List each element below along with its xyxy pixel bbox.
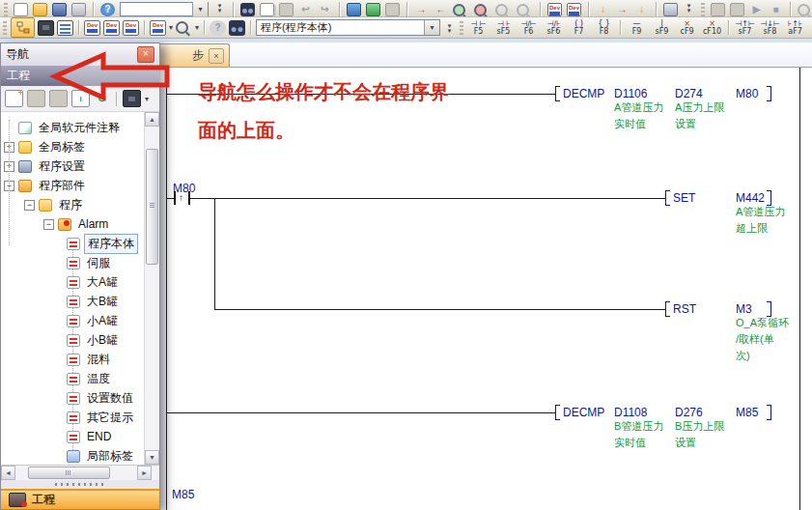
- device-monitor-icon-2[interactable]: Dev: [567, 3, 581, 16]
- collapse-icon[interactable]: −: [43, 219, 54, 230]
- toolbar-overflow-chevron-2[interactable]: ▾▾: [683, 0, 695, 16]
- copy-icon[interactable]: [260, 3, 274, 16]
- scrollbar-thumb[interactable]: [28, 467, 110, 479]
- project-tree[interactable]: 全局软元件注释 +全局标签 +程序设置 −程序部件 −程序 −Alarm 程序本…: [1, 112, 159, 466]
- program-icon: [67, 334, 80, 347]
- rst-left-bracket: [665, 301, 670, 317]
- tree-item-program[interactable]: −程序: [1, 195, 144, 214]
- device-batch-icon[interactable]: Dev: [103, 20, 120, 36]
- plc-write-icon[interactable]: [347, 3, 361, 16]
- comment-icon: [18, 122, 32, 134]
- ladder-open-branch-button[interactable]: ⊣ ⊦sF5: [492, 18, 515, 38]
- download-icon[interactable]: ↓: [596, 3, 610, 16]
- navigation-toggle-button[interactable]: [11, 17, 35, 38]
- device-comment: /取样(单: [736, 332, 774, 347]
- cross-reference-icon[interactable]: [229, 20, 245, 36]
- device-comment: 超上限: [736, 221, 768, 236]
- ladder-hline-button[interactable]: —F9: [626, 18, 648, 38]
- print-icon[interactable]: [71, 3, 86, 16]
- ladder-editor[interactable]: DECMP D1106 D274 M80 A管道压力 实时值 A压力上限 设置 …: [159, 42, 812, 510]
- toolbar-grip-2[interactable]: [701, 3, 705, 16]
- rung1-left-bracket: [555, 86, 560, 101]
- find-binoculars-icon[interactable]: [240, 3, 255, 16]
- scroll-right-icon[interactable]: ►: [137, 466, 152, 480]
- jump-forward-icon[interactable]: →: [414, 3, 429, 16]
- program-icon: [67, 373, 80, 385]
- scrollbar-thumb[interactable]: [146, 149, 158, 265]
- tree-item-alarm[interactable]: −Alarm: [1, 214, 144, 234]
- chevron-down-icon[interactable]: ▾: [424, 20, 439, 35]
- program-select-combo[interactable]: 程序(程序本体) ▾: [256, 19, 440, 36]
- rung3-instruction: DECMP: [563, 406, 604, 419]
- help-icon[interactable]: ?: [100, 3, 115, 16]
- panel-splitter[interactable]: [1, 480, 159, 489]
- collapse-icon[interactable]: −: [24, 200, 35, 211]
- upload-icon[interactable]: ↓: [634, 3, 649, 16]
- device-search-icon[interactable]: [176, 21, 188, 34]
- left-power-rail: [166, 68, 167, 510]
- ladder-pulse-up-branch-button[interactable]: ⊦↑⊦aF7: [784, 18, 806, 38]
- device-find-icon[interactable]: Dev: [84, 20, 100, 36]
- quick-find-combo[interactable]: ▾: [120, 2, 209, 16]
- tree-item-local-label[interactable]: 局部标签: [1, 446, 144, 466]
- toolbar-overflow-chevron[interactable]: ▾▾: [213, 0, 226, 16]
- transfer-red-icon[interactable]: →: [615, 3, 630, 16]
- new-data-icon[interactable]: +: [5, 90, 23, 107]
- open-folder-icon[interactable]: [33, 3, 47, 16]
- st-tool-icon-1: [711, 3, 725, 16]
- chevron-down-icon[interactable]: ▾: [195, 23, 199, 32]
- device-grid-icon[interactable]: Dev: [123, 20, 139, 36]
- jump-back-icon[interactable]: ←: [434, 3, 448, 16]
- ladder-pulse-down-button[interactable]: ⊣↓⊢sF8: [759, 18, 781, 38]
- chevron-down-icon[interactable]: ▾: [192, 2, 208, 16]
- toolbar-overflow-chevron-3[interactable]: ▾▾: [443, 19, 456, 37]
- contact-bar-left: [174, 191, 176, 205]
- set-operand: M442: [736, 191, 765, 205]
- toolbar-grip-3[interactable]: [3, 21, 7, 35]
- device-display-icon[interactable]: Dev: [150, 20, 166, 36]
- scroll-down-icon[interactable]: ▼: [145, 450, 159, 465]
- tab-close-icon[interactable]: ×: [209, 48, 224, 64]
- contact-label: M80: [173, 182, 195, 195]
- nav-category-project[interactable]: 工程: [1, 489, 159, 509]
- module-configuration-icon[interactable]: [38, 20, 54, 36]
- ladder-close-contact-button[interactable]: ⊣∕⊢F6: [518, 18, 540, 38]
- help-disabled-icon: ?: [210, 20, 226, 36]
- scroll-left-icon[interactable]: ◄: [1, 466, 15, 480]
- tree-item-global-label[interactable]: +全局标签: [1, 137, 144, 156]
- tree-guide-line: [72, 240, 73, 460]
- ladder-open-contact-button[interactable]: ⊣ ⊢F5: [467, 18, 490, 38]
- ladder-close-branch-button[interactable]: ⊣∕⊦sF6: [543, 18, 565, 38]
- new-file-icon[interactable]: [14, 3, 28, 16]
- tree-vertical-scrollbar[interactable]: ▲ ▼: [144, 112, 159, 465]
- monitor-pc-icon[interactable]: [663, 3, 678, 16]
- rung3-operand3: M85: [736, 406, 758, 419]
- device-monitor-icon-1[interactable]: Dev: [547, 3, 562, 16]
- watch-list-icon[interactable]: [57, 20, 73, 36]
- label-icon: [18, 141, 32, 154]
- ladder-delete-hline-button[interactable]: ×cF9: [676, 18, 698, 38]
- scroll-up-icon[interactable]: ▲: [145, 112, 159, 127]
- chevron-down-icon[interactable]: ▾: [169, 23, 173, 32]
- ladder-pulse-up-button[interactable]: ⊣↑⊢sF7: [734, 18, 756, 38]
- save-icon[interactable]: [52, 3, 67, 16]
- find-zoom-red-icon[interactable]: [474, 4, 487, 16]
- separator: [790, 2, 791, 16]
- plc-read-icon[interactable]: [366, 3, 380, 16]
- tree-item-global-device-comment[interactable]: 全局软元件注释: [1, 118, 144, 137]
- ladder-vline-button[interactable]: |sF9: [651, 18, 673, 38]
- rung1-instruction: DECMP: [563, 87, 604, 100]
- device-comment: 次): [736, 349, 750, 363]
- find-zoom-green-icon[interactable]: [453, 4, 465, 16]
- ladder-coil-button[interactable]: ( )F7: [568, 18, 590, 38]
- device-comment: B压力上限: [675, 419, 724, 434]
- ladder-instruction-button[interactable]: { }F8: [593, 18, 615, 38]
- toolbar-grip[interactable]: [4, 3, 8, 16]
- tree-item-program-setting[interactable]: +程序设置: [1, 156, 144, 176]
- separator: [620, 20, 621, 35]
- tree-item-pou[interactable]: −程序部件: [1, 176, 144, 195]
- toolbar-grip-4[interactable]: [460, 21, 463, 35]
- tree-horizontal-scrollbar[interactable]: ◄ ►: [1, 466, 159, 480]
- separator: [728, 20, 729, 35]
- ladder-delete-vline-button[interactable]: ×cF10: [701, 18, 723, 38]
